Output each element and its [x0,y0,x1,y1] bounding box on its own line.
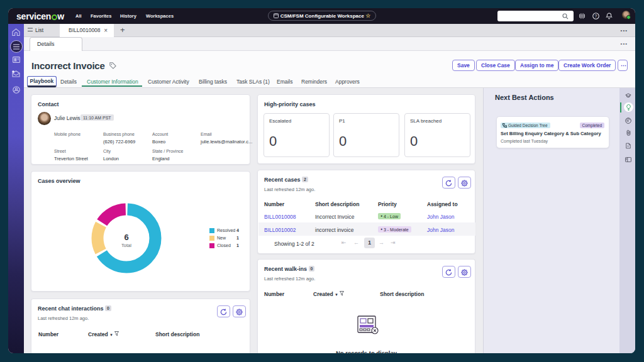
svg-text:Total: Total [121,243,131,248]
svg-text:6: 6 [124,233,128,242]
svg-text:?: ? [595,14,597,18]
